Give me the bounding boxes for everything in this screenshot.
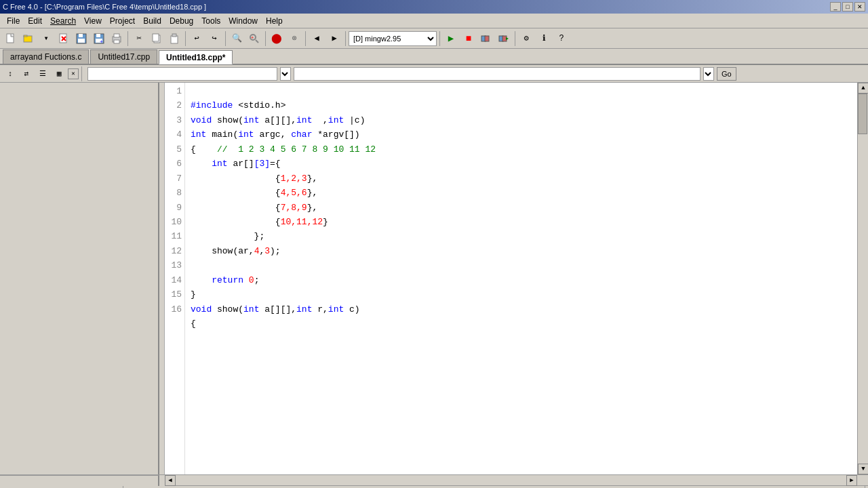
tab-untitled17[interactable]: Untitled17.cpp: [90, 49, 157, 64]
tab-arrayand[interactable]: arrayand Fuctions.c: [3, 49, 89, 64]
tab-untitled18[interactable]: Untitled18.cpp*: [159, 50, 233, 64]
svg-rect-17: [153, 34, 159, 41]
stop-button[interactable]: ■: [460, 30, 477, 47]
minimize-button[interactable]: _: [830, 2, 841, 12]
svg-rect-2: [24, 35, 27, 37]
close-button[interactable]: ✕: [854, 2, 865, 12]
open-dropdown[interactable]: ▾: [38, 30, 54, 47]
print-button[interactable]: [108, 30, 125, 47]
panel-nav-fwd[interactable]: ⇄: [19, 66, 34, 81]
scrollbar-h-margin-spacer: [159, 475, 165, 486]
close-file-button[interactable]: [56, 30, 72, 47]
menu-help[interactable]: Help: [262, 14, 287, 28]
find-button[interactable]: 🔍: [229, 30, 245, 47]
menu-window[interactable]: Window: [224, 14, 262, 28]
code-editor[interactable]: #include <stdio.h> void show(int a[][],i…: [185, 83, 857, 474]
goto-input[interactable]: [294, 67, 701, 81]
debug-breakpoint[interactable]: ⬤: [269, 30, 285, 47]
left-panel: [0, 83, 159, 474]
sep8: [515, 31, 515, 46]
svg-line-21: [256, 40, 258, 43]
line-numbers: 1 2 3 4 5 6 7 8 9 10 11 12 13 14 15 16: [165, 83, 185, 474]
panel-close[interactable]: ✕: [68, 68, 79, 79]
menu-view[interactable]: View: [80, 14, 106, 28]
sep7: [439, 31, 440, 46]
scroll-left-button[interactable]: ◀: [165, 475, 176, 486]
menu-file[interactable]: File: [3, 14, 24, 28]
svg-rect-15: [114, 40, 119, 43]
toolbar: ▾ + ✂ ↩ ↪ 🔍 + ⬤ ⊗ ◀ ▶ [D] mingw2.95 ▶ ■: [0, 28, 868, 49]
searchbar: ↕ ⇄ ☰ ▦ ✕ Go: [0, 65, 868, 83]
help-toolbar-button[interactable]: ?: [553, 30, 570, 47]
options-button[interactable]: ⚙: [518, 30, 534, 47]
menu-debug[interactable]: Debug: [165, 14, 197, 28]
rebuild-button[interactable]: [478, 30, 494, 47]
svg-rect-19: [172, 34, 176, 37]
menu-build[interactable]: Build: [139, 14, 165, 28]
save-button[interactable]: [73, 30, 90, 47]
run-button[interactable]: [496, 30, 512, 47]
statusbar: Line: 2 Col: 38 Sel: 0 RO: 0 CR LF OVR: [0, 485, 868, 488]
menu-tools[interactable]: Tools: [197, 14, 224, 28]
save-all-button[interactable]: +: [91, 30, 107, 47]
horizontal-scrollbar[interactable]: ◀ ▶: [0, 474, 868, 485]
svg-rect-7: [79, 34, 83, 37]
sep4: [265, 31, 266, 46]
menu-project[interactable]: Project: [106, 14, 139, 28]
cut-button[interactable]: ✂: [131, 30, 147, 47]
build-button[interactable]: ▶: [443, 30, 459, 47]
panel-list[interactable]: ☰: [35, 66, 50, 81]
search-dropdown[interactable]: [280, 67, 291, 81]
paste-button[interactable]: [166, 30, 182, 47]
titlebar-buttons: _ □ ✕: [830, 2, 865, 12]
svg-rect-24: [485, 36, 489, 41]
svg-rect-14: [114, 34, 119, 37]
go-button[interactable]: Go: [717, 67, 736, 81]
menu-edit[interactable]: Edit: [24, 14, 46, 28]
svg-rect-0: [7, 34, 14, 43]
editor-area: 1 2 3 4 5 6 7 8 9 10 11 12 13 14 15 16 #…: [159, 83, 868, 474]
compiler-dropdown[interactable]: [D] mingw2.95: [349, 31, 437, 46]
svg-marker-27: [506, 37, 509, 40]
sep6: [345, 31, 346, 46]
tabbar: arrayand Fuctions.c Untitled17.cpp Untit…: [0, 49, 868, 65]
svg-text:+: +: [100, 39, 103, 44]
svg-text:+: +: [251, 35, 254, 41]
menubar: File Edit Search View Project Build Debu…: [0, 14, 868, 28]
sep1: [127, 31, 128, 46]
undo-button[interactable]: ↩: [189, 30, 205, 47]
titlebar: C Free 4.0 - [C:\Program Files\C Free 4\…: [0, 0, 868, 14]
scroll-thumb[interactable]: [858, 94, 867, 134]
next-btn[interactable]: ▶: [326, 30, 342, 47]
margin-indicator: [159, 83, 165, 474]
svg-rect-8: [78, 39, 85, 43]
search-input[interactable]: [87, 67, 277, 81]
maximize-button[interactable]: □: [842, 2, 853, 12]
scroll-right-button[interactable]: ▶: [846, 475, 857, 486]
copy-button[interactable]: [149, 30, 165, 47]
titlebar-title: C Free 4.0 - [C:\Program Files\C Free 4\…: [3, 3, 830, 11]
find2-button[interactable]: +: [246, 30, 262, 47]
scroll-up-button[interactable]: ▲: [858, 83, 868, 94]
new-button[interactable]: [3, 30, 19, 47]
sep2: [185, 31, 186, 46]
menu-search[interactable]: Search: [46, 14, 80, 28]
panel-grid[interactable]: ▦: [52, 66, 66, 81]
info-button[interactable]: ℹ: [536, 30, 552, 47]
panel-nav-back[interactable]: ↕: [3, 66, 18, 81]
sep3: [225, 31, 226, 46]
scroll-down-button[interactable]: ▼: [858, 464, 868, 474]
open-button[interactable]: [20, 30, 37, 47]
svg-rect-10: [96, 34, 100, 37]
scroll-track[interactable]: [858, 94, 868, 464]
sep5: [305, 31, 306, 46]
prev-btn[interactable]: ◀: [309, 30, 325, 47]
redo-button[interactable]: ↪: [206, 30, 222, 47]
main-layout: 1 2 3 4 5 6 7 8 9 10 11 12 13 14 15 16 #…: [0, 83, 868, 474]
scroll-h-track[interactable]: [176, 476, 846, 485]
debug-clear[interactable]: ⊗: [286, 30, 302, 47]
scrollbar-h-left-spacer: [0, 475, 159, 486]
svg-rect-18: [171, 36, 178, 43]
goto-dropdown[interactable]: [703, 67, 714, 81]
vertical-scrollbar[interactable]: ▲ ▼: [857, 83, 868, 474]
